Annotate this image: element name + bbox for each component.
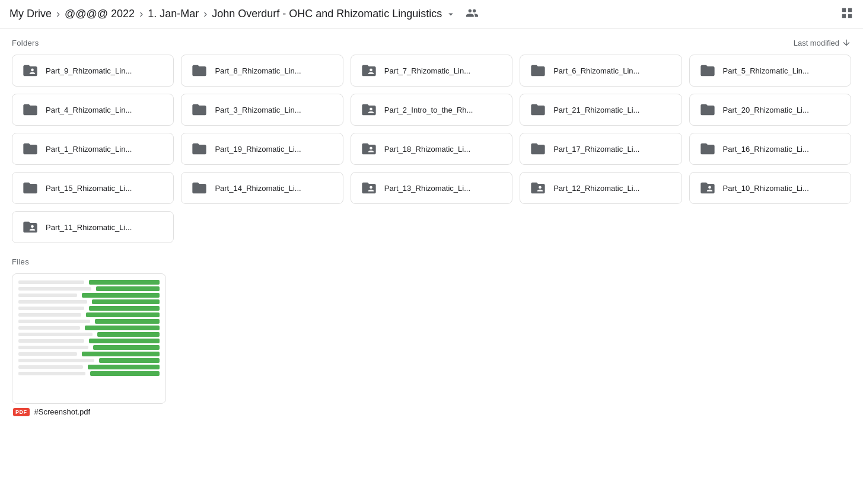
pdf-badge: PDF	[13, 408, 30, 416]
folder-icon	[528, 61, 547, 80]
file-display-name: #Screenshot.pdf	[34, 407, 91, 416]
folder-name: Part_11_Rhizomatic_Li...	[46, 223, 132, 232]
folder-name: Part_6_Rhizomatic_Lin...	[553, 66, 639, 75]
folder-item[interactable]: Part_3_Rhizomatic_Lin...	[181, 94, 343, 126]
folder-name: Part_16_Rhizomatic_Li...	[723, 145, 809, 154]
breadcrumb-2022[interactable]: @@@@ 2022	[65, 8, 135, 20]
folder-icon	[698, 100, 717, 119]
folder-item[interactable]: Part_15_Rhizomatic_Li...	[12, 172, 174, 204]
folder-item[interactable]: Part_11_Rhizomatic_Li...	[12, 211, 174, 243]
shared-folder-icon	[359, 178, 378, 197]
folder-name: Part_7_Rhizomatic_Lin...	[384, 66, 470, 75]
folder-name: Part_12_Rhizomatic_Li...	[553, 184, 639, 193]
folder-icon	[21, 139, 40, 158]
folder-name: Part_2_Intro_to_the_Rh...	[384, 106, 473, 114]
folder-item[interactable]: Part_16_Rhizomatic_Li...	[689, 133, 851, 165]
folder-name: Part_5_Rhizomatic_Lin...	[723, 66, 809, 75]
breadcrumb: My Drive › @@@@ 2022 › 1. Jan-Mar › John…	[0, 0, 863, 28]
header-right	[840, 7, 854, 21]
folder-name: Part_15_Rhizomatic_Li...	[46, 184, 132, 193]
shared-folder-icon	[21, 61, 40, 80]
folder-item[interactable]: Part_1_Rhizomatic_Lin...	[12, 133, 174, 165]
folder-name: Part_9_Rhizomatic_Lin...	[46, 66, 132, 75]
breadcrumb-sep-2: ›	[139, 8, 143, 20]
folder-item[interactable]: Part_6_Rhizomatic_Lin...	[520, 55, 682, 87]
folder-name: Part_4_Rhizomatic_Lin...	[46, 106, 132, 114]
folder-item[interactable]: Part_17_Rhizomatic_Li...	[520, 133, 682, 165]
shared-folder-icon	[359, 139, 378, 158]
folder-name: Part_1_Rhizomatic_Lin...	[46, 145, 132, 154]
folder-icon	[698, 61, 717, 80]
folder-item[interactable]: Part_2_Intro_to_the_Rh...	[351, 94, 512, 126]
chevron-down-icon	[445, 9, 456, 20]
folder-item[interactable]: Part_7_Rhizomatic_Lin...	[351, 55, 512, 87]
folder-icon	[190, 61, 209, 80]
folder-item[interactable]: Part_21_Rhizomatic_Li...	[520, 94, 682, 126]
file-item[interactable]: PDF #Screenshot.pdf	[12, 273, 166, 416]
folders-section-header: Folders Last modified	[12, 38, 851, 47]
breadcrumb-current: John Overdurf - OHC and Rhizomatic Lingu…	[212, 8, 442, 20]
folder-item[interactable]: Part_13_Rhizomatic_Li...	[351, 172, 512, 204]
sort-label: Last modified	[794, 39, 839, 47]
folder-item[interactable]: Part_19_Rhizomatic_Li...	[181, 133, 343, 165]
breadcrumb-jan-mar[interactable]: 1. Jan-Mar	[148, 8, 199, 20]
folder-icon	[698, 139, 717, 158]
folder-name: Part_17_Rhizomatic_Li...	[553, 145, 639, 154]
shared-folder-icon	[359, 100, 378, 119]
sort-arrow-icon	[842, 38, 851, 47]
people-icon	[466, 7, 479, 20]
folder-name: Part_10_Rhizomatic_Li...	[723, 184, 809, 193]
folder-icon	[21, 178, 40, 197]
folder-icon	[190, 139, 209, 158]
shared-folder-icon	[698, 178, 717, 197]
folder-item[interactable]: Part_20_Rhizomatic_Li...	[689, 94, 851, 126]
breadcrumb-dropdown-button[interactable]	[445, 9, 456, 20]
folder-item[interactable]: Part_5_Rhizomatic_Lin...	[689, 55, 851, 87]
folders-label: Folders	[12, 39, 39, 47]
folder-item[interactable]: Part_10_Rhizomatic_Li...	[689, 172, 851, 204]
folder-name: Part_3_Rhizomatic_Lin...	[215, 106, 301, 114]
pdf-preview	[12, 274, 165, 403]
folder-icon	[528, 139, 547, 158]
folder-item[interactable]: Part_12_Rhizomatic_Li...	[520, 172, 682, 204]
folder-item[interactable]: Part_18_Rhizomatic_Li...	[351, 133, 512, 165]
files-section: Files	[12, 257, 851, 416]
main-content: Folders Last modified Part_9_Rhizomatic_…	[0, 28, 863, 426]
file-thumbnail	[12, 273, 166, 404]
folder-icon	[190, 178, 209, 197]
sort-button[interactable]: Last modified	[794, 38, 851, 47]
breadcrumb-sep-3: ›	[203, 8, 207, 20]
breadcrumb-sep-1: ›	[56, 8, 60, 20]
folder-icon	[190, 100, 209, 119]
folder-name: Part_13_Rhizomatic_Li...	[384, 184, 470, 193]
folder-item[interactable]: Part_4_Rhizomatic_Lin...	[12, 94, 174, 126]
folder-item[interactable]: Part_9_Rhizomatic_Lin...	[12, 55, 174, 87]
folder-icon	[21, 100, 40, 119]
folder-name: Part_18_Rhizomatic_Li...	[384, 145, 470, 154]
files-label: Files	[12, 257, 851, 266]
shared-folder-icon	[21, 218, 40, 237]
folder-name: Part_20_Rhizomatic_Li...	[723, 106, 809, 114]
folder-name: Part_21_Rhizomatic_Li...	[553, 106, 639, 114]
folder-name: Part_19_Rhizomatic_Li...	[215, 145, 301, 154]
breadcrumb-my-drive[interactable]: My Drive	[9, 8, 52, 20]
grid-icon	[840, 7, 854, 20]
shared-folder-icon	[359, 61, 378, 80]
folder-item[interactable]: Part_8_Rhizomatic_Lin...	[181, 55, 343, 87]
folder-item[interactable]: Part_14_Rhizomatic_Li...	[181, 172, 343, 204]
folder-icon	[528, 100, 547, 119]
folder-name: Part_8_Rhizomatic_Lin...	[215, 66, 301, 75]
grid-view-button[interactable]	[840, 7, 854, 21]
folders-grid: Part_9_Rhizomatic_Lin... Part_8_Rhizomat…	[12, 55, 851, 243]
share-people-icon[interactable]	[466, 7, 479, 21]
folder-name: Part_14_Rhizomatic_Li...	[215, 184, 301, 193]
file-name-row: PDF #Screenshot.pdf	[12, 407, 166, 416]
shared-folder-icon	[528, 178, 547, 197]
